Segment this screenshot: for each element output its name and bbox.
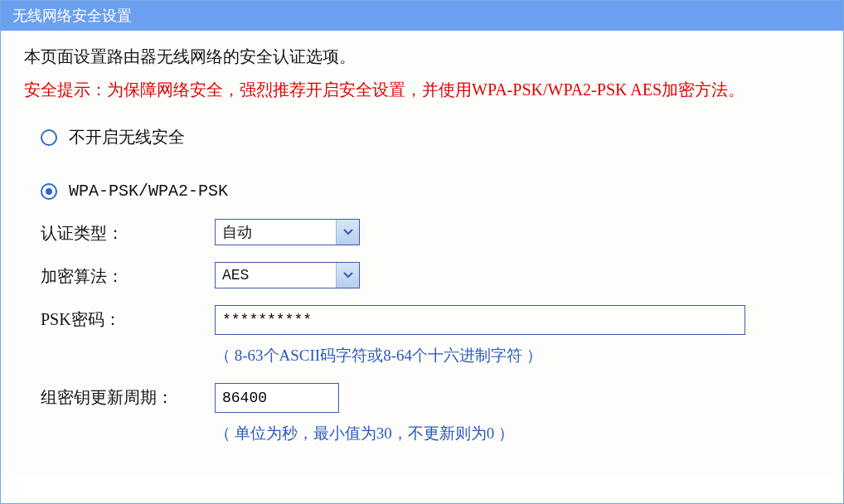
auth-type-select[interactable]: 自动 [215, 219, 360, 245]
encryption-label: 加密算法： [41, 262, 215, 288]
radio-wpa-psk-label: WPA-PSK/WPA2-PSK [69, 182, 228, 201]
group-key-label: 组密钥更新周期： [41, 383, 215, 409]
radio-wpa-psk[interactable] [41, 183, 57, 200]
group-key-hint: （ 单位为秒，最小值为30，不更新则为0 ） [215, 423, 820, 444]
encryption-row: 加密算法： AES [41, 262, 820, 288]
encryption-select[interactable]: AES [215, 262, 360, 288]
panel-header: 无线网络安全设置 [1, 1, 843, 31]
psk-password-input[interactable] [215, 305, 745, 335]
intro-text: 本页面设置路由器无线网络的安全认证选项。 [24, 46, 820, 68]
security-warning: 安全提示：为保障网络安全，强烈推荐开启安全设置，并使用WPA-PSK/WPA2-… [24, 76, 820, 103]
option-wpa-psk-row[interactable]: WPA-PSK/WPA2-PSK [41, 182, 820, 201]
chevron-down-icon [336, 220, 359, 245]
panel-content: 本页面设置路由器无线网络的安全认证选项。 安全提示：为保障网络安全，强烈推荐开启… [1, 31, 843, 476]
group-key-input[interactable] [215, 383, 339, 413]
group-key-row: 组密钥更新周期： （ 单位为秒，最小值为30，不更新则为0 ） [41, 383, 820, 444]
wireless-security-panel: 无线网络安全设置 本页面设置路由器无线网络的安全认证选项。 安全提示：为保障网络… [0, 0, 844, 504]
radio-disable-security[interactable] [41, 129, 57, 146]
psk-password-row: PSK密码： （ 8-63个ASCII码字符或8-64个十六进制字符 ） [41, 305, 820, 366]
psk-password-hint: （ 8-63个ASCII码字符或8-64个十六进制字符 ） [215, 345, 820, 366]
psk-password-label: PSK密码： [41, 305, 215, 331]
encryption-value: AES [216, 267, 336, 284]
chevron-down-icon [336, 263, 359, 288]
radio-disable-security-label: 不开启无线安全 [69, 126, 185, 148]
option-disable-security-row[interactable]: 不开启无线安全 [41, 126, 820, 148]
panel-title: 无线网络安全设置 [12, 7, 132, 24]
auth-type-label: 认证类型： [41, 219, 215, 245]
auth-type-row: 认证类型： 自动 [41, 219, 820, 245]
auth-type-value: 自动 [216, 222, 336, 242]
